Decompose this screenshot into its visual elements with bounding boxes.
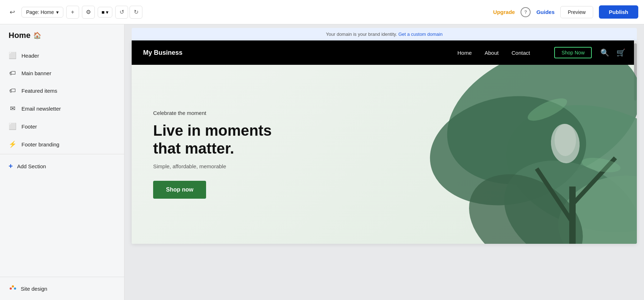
sidebar-item-main-banner[interactable]: 🏷 Main banner bbox=[0, 64, 124, 82]
sidebar-item-header[interactable]: ⬜ Header bbox=[0, 47, 124, 64]
site-design-button[interactable]: Site design bbox=[9, 281, 116, 296]
redo-button[interactable]: ↻ bbox=[130, 6, 142, 19]
nav-icons: 🔍 🛒 bbox=[600, 48, 625, 57]
hero-subtitle: Celebrate the moment bbox=[153, 110, 289, 116]
redo-icon: ↻ bbox=[134, 9, 138, 15]
nav-links: Home About Contact Shop Now bbox=[457, 47, 592, 58]
domain-bar: Your domain is your brand identity. Get … bbox=[132, 28, 637, 40]
sidebar-item-main-banner-label: Main banner bbox=[21, 70, 51, 76]
back-button[interactable]: ↩ bbox=[6, 6, 19, 19]
gear-icon: ⚙ bbox=[86, 9, 91, 15]
layout-icon: ⬜ bbox=[9, 52, 16, 59]
hero-content: Celebrate the moment Live in moments tha… bbox=[132, 110, 311, 199]
search-icon[interactable]: 🔍 bbox=[600, 48, 609, 57]
hero-section: Celebrate the moment Live in moments tha… bbox=[132, 65, 637, 244]
sidebar-item-header-label: Header bbox=[21, 53, 39, 59]
sidebar-item-footer-branding[interactable]: ⚡ Footer branding bbox=[0, 135, 124, 151]
undo-button[interactable]: ↺ bbox=[115, 6, 128, 19]
hero-shop-now-button[interactable]: Shop now bbox=[153, 181, 206, 199]
preview-button[interactable]: Preview bbox=[560, 6, 593, 18]
bookmark-icon: 🏷 bbox=[9, 69, 16, 77]
tag-icon: 🏷 bbox=[9, 87, 16, 95]
upgrade-button[interactable]: Upgrade bbox=[493, 9, 515, 15]
page-title: Home 🏠 bbox=[0, 24, 124, 44]
publish-button[interactable]: Publish bbox=[599, 5, 638, 19]
hero-description: Simple, affordable, memorable bbox=[153, 163, 289, 169]
nav-home-link[interactable]: Home bbox=[457, 50, 472, 56]
add-section-button[interactable]: + Add Section bbox=[0, 157, 124, 175]
chevron-down-icon: ▾ bbox=[56, 9, 59, 15]
lightning-icon: ⚡ bbox=[9, 140, 16, 148]
device-selector[interactable]: ■ ▾ bbox=[98, 7, 112, 18]
site-preview: My Business Home About Contact Shop Now … bbox=[132, 40, 637, 244]
sections-list: ⬜ Header 🏷 Main banner 🏷 Featured items … bbox=[0, 44, 124, 151]
svg-point-15 bbox=[555, 124, 576, 156]
email-icon: ✉ bbox=[9, 105, 16, 112]
home-icon: 🏠 bbox=[33, 32, 41, 39]
sidebar-item-featured-items[interactable]: 🏷 Featured items bbox=[0, 82, 124, 100]
hero-title: Live in moments that matter. bbox=[153, 122, 289, 158]
guides-button[interactable]: Guides bbox=[536, 9, 555, 15]
device-chevron-icon: ▾ bbox=[106, 9, 108, 15]
sidebar-item-footer-branding-label: Footer branding bbox=[21, 141, 59, 147]
plant-illustration bbox=[329, 65, 637, 244]
sidebar-item-footer[interactable]: ⬜ Footer bbox=[0, 117, 124, 135]
svg-point-0 bbox=[10, 287, 12, 290]
nav-contact-link[interactable]: Contact bbox=[512, 50, 530, 56]
undo-icon: ↺ bbox=[119, 9, 124, 15]
divider bbox=[0, 154, 124, 154]
sidebar-item-footer-label: Footer bbox=[21, 124, 37, 130]
back-icon: ↩ bbox=[10, 8, 15, 16]
page-selector-label: Page: Home bbox=[26, 9, 54, 15]
canvas-area: Your domain is your brand identity. Get … bbox=[125, 24, 644, 300]
footer-icon: ⬜ bbox=[9, 122, 16, 130]
desktop-icon: ■ bbox=[102, 9, 104, 15]
add-section-label: Add Section bbox=[17, 163, 46, 169]
sidebar-item-email-newsletter[interactable]: ✉ Email newsletter bbox=[0, 100, 124, 117]
cart-icon[interactable]: 🛒 bbox=[616, 48, 625, 57]
svg-point-2 bbox=[14, 287, 16, 290]
domain-text: Your domain is your brand identity. bbox=[326, 32, 397, 37]
page-selector[interactable]: Page: Home ▾ bbox=[21, 7, 63, 18]
settings-button[interactable]: ⚙ bbox=[82, 6, 95, 19]
palette-icon bbox=[9, 284, 17, 293]
plus-icon: + bbox=[71, 9, 74, 15]
nav-about-link[interactable]: About bbox=[485, 50, 499, 56]
question-icon: ? bbox=[524, 9, 527, 15]
nav-shop-now-button[interactable]: Shop Now bbox=[554, 47, 592, 58]
sidebar-item-featured-label: Featured items bbox=[21, 88, 57, 94]
add-icon: + bbox=[9, 162, 13, 170]
add-section-button[interactable]: + bbox=[66, 6, 79, 19]
custom-domain-link[interactable]: Get a custom domain bbox=[398, 32, 443, 37]
site-design-label: Site design bbox=[21, 286, 47, 292]
svg-point-1 bbox=[12, 285, 14, 287]
site-navigation: My Business Home About Contact Shop Now … bbox=[132, 40, 637, 65]
site-logo: My Business bbox=[143, 49, 182, 57]
sidebar-item-newsletter-label: Email newsletter bbox=[21, 106, 61, 112]
help-button[interactable]: ? bbox=[521, 7, 531, 17]
